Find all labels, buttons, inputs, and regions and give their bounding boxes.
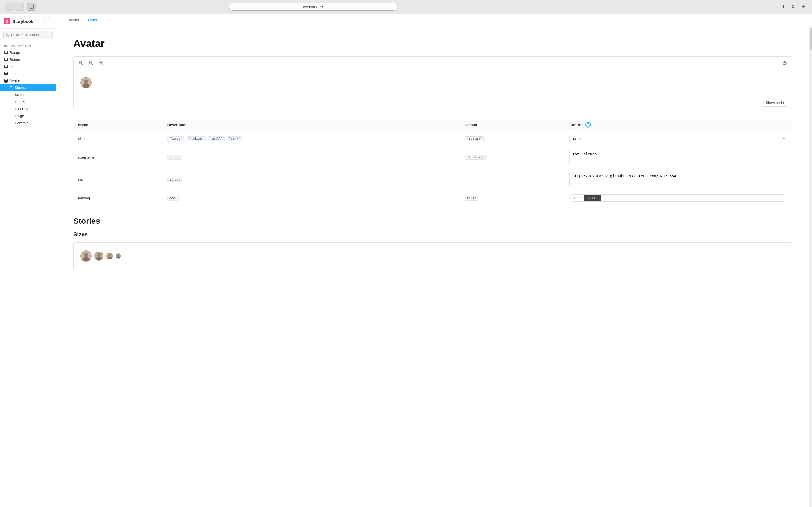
bool-false-button[interactable]: False <box>585 194 601 202</box>
story-icon <box>9 107 13 111</box>
story-icon <box>9 114 13 118</box>
story-icon <box>9 121 13 125</box>
zoom-in-button[interactable] <box>77 59 85 67</box>
sidebar-item-large[interactable]: Large <box>0 112 56 119</box>
zoom-reset-button[interactable] <box>97 59 105 67</box>
main-content: Canvas Docs Avatar <box>56 14 812 507</box>
type-badge: string <box>167 177 183 182</box>
tab-docs[interactable]: Docs <box>84 14 101 26</box>
controls-table: Name Description Default Control <box>73 118 792 205</box>
add-tab-button[interactable]: ⧉ <box>790 3 797 11</box>
svg-point-17 <box>97 253 101 257</box>
sidebar-item-label: Loading <box>15 107 28 111</box>
sidebar-item-badge[interactable]: Badge <box>0 49 56 56</box>
avatar-tiny <box>116 253 121 259</box>
svg-point-13 <box>84 79 88 84</box>
sidebar-item-controls[interactable]: Controls <box>0 119 56 126</box>
sizes-preview-box <box>73 242 792 270</box>
nav-buttons: ‹ › <box>4 3 24 11</box>
reset-controls-button[interactable] <box>585 122 591 128</box>
default-value: false <box>465 196 478 201</box>
prop-name: src <box>78 177 83 182</box>
stories-title: Stories <box>73 217 792 226</box>
sidebar-item-label: Standard <box>15 86 30 90</box>
forward-button[interactable]: › <box>15 3 24 11</box>
back-button[interactable]: ‹ <box>4 3 13 11</box>
type-badge: string <box>167 155 183 160</box>
svg-rect-0 <box>30 5 33 8</box>
svg-point-21 <box>117 255 119 257</box>
address-bar[interactable]: localhost ↺ <box>229 3 398 11</box>
table-row: loading bool false True False <box>73 191 792 205</box>
svg-line-7 <box>92 64 93 64</box>
page-title: Avatar <box>73 38 792 50</box>
sidebar-item-label: Sizes <box>15 93 24 97</box>
zoom-out-button[interactable] <box>87 59 95 67</box>
username-control[interactable]: Tom Coleman <box>569 150 788 164</box>
story-icon <box>9 100 13 104</box>
export-button[interactable] <box>781 59 789 67</box>
svg-point-20 <box>108 257 112 260</box>
default-value: - <box>465 177 466 182</box>
avatar-small <box>106 252 113 260</box>
prop-name: loading <box>78 196 90 200</box>
browser-chrome: ‹ › localhost ↺ ⬆ ⧉ + <box>0 0 812 14</box>
sidebar-item-link[interactable]: Link <box>0 70 56 77</box>
tab-canvas[interactable]: Canvas <box>62 14 84 26</box>
sidebar-item-label: Button <box>10 57 20 62</box>
svg-point-15 <box>84 252 88 257</box>
sidebar-menu-button[interactable]: ··· <box>44 17 52 25</box>
component-icon <box>4 58 8 62</box>
search-icon: 🔍 <box>6 33 10 37</box>
sidebar-toggle-button[interactable] <box>27 3 36 11</box>
type-badge: bool <box>167 196 179 201</box>
src-control[interactable]: https://avatars2.githubusercontent.com/u… <box>569 172 788 186</box>
design-system-label: DESIGN SYSTEM <box>0 41 56 49</box>
default-value: "medium" <box>465 136 484 141</box>
sidebar-item-sizes[interactable]: Sizes <box>0 91 56 98</box>
reload-icon[interactable]: ↺ <box>320 5 323 9</box>
avatar <box>80 77 92 89</box>
sidebar-item-label: Avatar <box>10 78 20 83</box>
sidebar-item-loading[interactable]: Loading <box>0 105 56 112</box>
sidebar-item-label: Initials <box>15 100 25 104</box>
sidebar-item-label: Controls <box>15 121 28 125</box>
app-layout: S Storybook ··· 🔍 DESIGN SYSTEM Badge <box>0 14 812 507</box>
scrollbar-thumb[interactable] <box>810 27 812 50</box>
sidebar-search-container: 🔍 <box>0 29 56 41</box>
avatar-large <box>80 250 92 262</box>
table-row: src string - https://avatars2.githubuser… <box>73 168 792 191</box>
sidebar: S Storybook ··· 🔍 DESIGN SYSTEM Badge <box>0 14 56 507</box>
sidebar-item-standard[interactable]: Standard <box>0 84 56 91</box>
svg-point-18 <box>96 257 101 261</box>
sidebar-item-initials[interactable]: Initials <box>0 98 56 105</box>
sidebar-item-icon[interactable]: Icon <box>0 63 56 70</box>
new-window-button[interactable]: + <box>800 3 808 11</box>
preview-toolbar <box>73 57 792 69</box>
table-row: username string "loading" Tom Coleman <box>73 147 792 168</box>
svg-line-3 <box>82 64 83 64</box>
type-badge: "tiny" <box>227 136 242 141</box>
col-header-control: Control <box>565 119 792 131</box>
show-code-button[interactable]: Show code <box>762 99 788 107</box>
size-select[interactable]: large medium small tiny <box>569 135 788 143</box>
default-value: "loading" <box>465 155 486 160</box>
type-badge: "small" <box>207 136 224 141</box>
preview-content <box>73 69 792 96</box>
search-input[interactable] <box>3 31 53 39</box>
story-icon <box>9 86 13 90</box>
bool-true-button[interactable]: True <box>569 194 584 202</box>
avatar-medium <box>94 251 103 261</box>
size-control: large medium small tiny ▼ <box>569 135 788 143</box>
sizes-subtitle: Sizes <box>73 231 792 238</box>
sidebar-item-avatar[interactable]: Avatar <box>0 77 56 84</box>
share-button[interactable]: ⬆ <box>779 3 787 11</box>
table-row: size "large" "medium" "small" "tiny" "me… <box>73 131 792 147</box>
scrollbar-track[interactable] <box>809 26 812 507</box>
sidebar-item-button[interactable]: Button <box>0 56 56 63</box>
prop-name: username <box>78 155 94 159</box>
component-icon <box>4 72 8 76</box>
browser-actions: ⬆ ⧉ + <box>779 3 808 11</box>
svg-point-16 <box>82 257 89 262</box>
svg-point-14 <box>82 84 89 89</box>
